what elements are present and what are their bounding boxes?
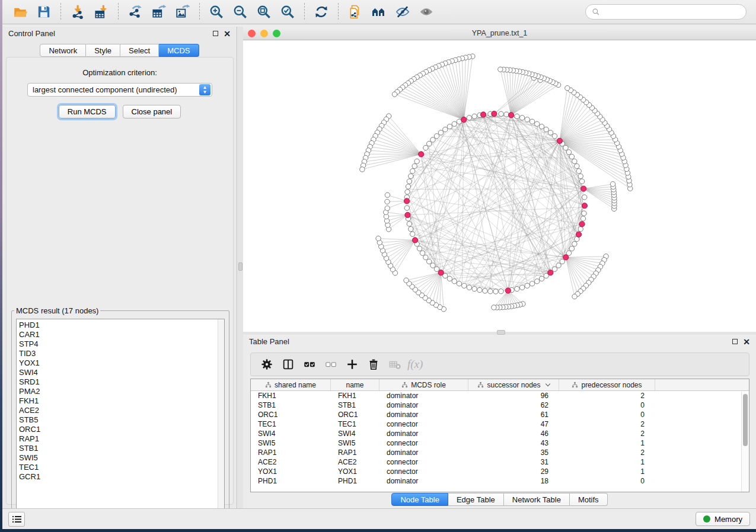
open-file-button[interactable] <box>8 2 32 22</box>
network-node[interactable] <box>578 174 583 178</box>
network-node[interactable] <box>504 112 509 117</box>
network-node[interactable] <box>529 281 534 286</box>
mcds-result-item[interactable]: PHD1 <box>19 321 224 330</box>
show-all-button[interactable] <box>414 2 438 22</box>
tab-motifs[interactable]: Motifs <box>570 493 608 506</box>
mcds-result-item[interactable]: CAR1 <box>19 330 224 339</box>
network-node[interactable] <box>376 236 381 241</box>
network-node[interactable] <box>565 85 570 90</box>
network-graph-canvas[interactable] <box>243 40 756 332</box>
mcds-node[interactable] <box>582 203 587 209</box>
table-row[interactable]: STB1STB1dominator620 <box>251 400 749 410</box>
tab-network[interactable]: Network <box>40 44 86 57</box>
select-all-button[interactable] <box>299 355 320 374</box>
network-node[interactable] <box>427 259 432 264</box>
search-input[interactable] <box>604 8 740 17</box>
table-row[interactable]: TEC1TEC1connector472 <box>251 419 749 429</box>
network-node[interactable] <box>519 116 524 120</box>
network-node[interactable] <box>539 276 544 281</box>
hide-selected-button[interactable] <box>391 2 414 22</box>
network-node[interactable] <box>498 67 503 72</box>
refresh-button[interactable] <box>310 2 333 22</box>
network-node[interactable] <box>467 285 471 290</box>
network-node[interactable] <box>405 190 410 194</box>
column-header-name[interactable]: name <box>331 379 379 390</box>
network-node[interactable] <box>423 145 428 150</box>
network-node[interactable] <box>417 246 422 251</box>
mcds-node[interactable] <box>576 232 581 237</box>
mcds-result-item[interactable]: YOX1 <box>19 358 224 368</box>
network-node[interactable] <box>580 216 585 221</box>
import-network-button[interactable] <box>66 2 90 22</box>
save-session-button[interactable] <box>32 2 56 22</box>
network-node[interactable] <box>493 289 498 294</box>
tab-select[interactable]: Select <box>120 44 159 57</box>
import-table-button[interactable] <box>90 2 113 22</box>
splitter-handle[interactable] <box>497 330 505 335</box>
network-node[interactable] <box>360 167 365 172</box>
network-node[interactable] <box>610 182 615 187</box>
log-console-button[interactable] <box>8 512 25 527</box>
add-column-button[interactable] <box>342 355 362 374</box>
network-node[interactable] <box>572 294 577 299</box>
tab-node-table[interactable]: Node Table <box>391 493 448 506</box>
mcds-result-item[interactable]: SWI4 <box>19 368 224 377</box>
table-row[interactable]: YOX1YOX1connector291 <box>251 467 749 476</box>
zoom-selected-button[interactable] <box>276 2 299 22</box>
network-file-button[interactable] <box>343 2 367 22</box>
network-node[interactable] <box>447 276 452 281</box>
column-header-shared_name[interactable]: shared name <box>251 379 331 390</box>
network-node[interactable] <box>515 286 519 291</box>
float-panel-icon[interactable] <box>732 339 738 344</box>
optimization-criterion-select[interactable]: largest connected component (undirected)… <box>27 83 212 97</box>
network-node[interactable] <box>385 206 390 210</box>
network-node[interactable] <box>430 137 435 142</box>
show-columns-button[interactable] <box>278 355 298 374</box>
network-node[interactable] <box>563 145 568 150</box>
network-node[interactable] <box>409 226 413 231</box>
network-node[interactable] <box>414 159 419 164</box>
mcds-list-scrollbar[interactable] <box>218 319 224 525</box>
close-panel-button[interactable]: Close panel <box>123 105 181 118</box>
tab-style[interactable]: Style <box>86 44 120 57</box>
table-row[interactable]: ACE2ACE2connector311 <box>251 457 749 467</box>
network-node[interactable] <box>569 246 574 251</box>
mcds-result-list[interactable]: PHD1CAR1STP4TID3YOX1SWI4SRD1PMA2FKH1ACE2… <box>16 319 225 526</box>
mcds-node[interactable] <box>405 212 410 217</box>
network-node[interactable] <box>443 127 448 132</box>
network-node[interactable] <box>472 286 477 291</box>
node-table[interactable]: shared namenameMCDS rolesuccessor nodesp… <box>250 379 749 492</box>
mcds-node[interactable] <box>508 113 513 118</box>
network-node[interactable] <box>427 141 432 146</box>
network-node[interactable] <box>539 124 544 129</box>
table-scrollbar[interactable] <box>741 392 749 492</box>
table-row[interactable]: SWI4SWI4dominator462 <box>251 429 749 438</box>
network-node[interactable] <box>576 169 581 174</box>
network-node[interactable] <box>499 289 503 294</box>
network-node[interactable] <box>457 281 461 286</box>
table-row[interactable]: FKH1FKH1dominator962 <box>251 391 749 400</box>
table-row[interactable]: PHD1PHD1dominator180 <box>251 476 749 486</box>
network-node[interactable] <box>467 116 471 120</box>
network-node[interactable] <box>410 232 415 236</box>
network-node[interactable] <box>579 179 584 184</box>
column-header-successor_nodes[interactable]: successor nodes <box>468 379 559 390</box>
zoom-fit-button[interactable] <box>252 2 276 22</box>
network-node[interactable] <box>438 130 443 135</box>
network-node[interactable] <box>452 279 457 284</box>
mcds-result-item[interactable]: RAP1 <box>19 434 224 444</box>
scrollbar-thumb[interactable] <box>743 394 748 446</box>
network-node[interactable] <box>409 174 413 178</box>
table-row[interactable]: RAP1RAP1dominator352 <box>251 448 749 457</box>
network-node[interactable] <box>404 278 409 283</box>
network-node[interactable] <box>535 279 540 284</box>
network-node[interactable] <box>525 117 529 122</box>
network-window-titlebar[interactable]: YPA_prune.txt_1 <box>243 27 756 40</box>
mcds-result-item[interactable]: ORC1 <box>19 425 224 434</box>
network-node[interactable] <box>385 199 390 204</box>
zoom-out-button[interactable] <box>228 2 252 22</box>
tab-mcds[interactable]: MCDS <box>159 44 199 57</box>
network-node[interactable] <box>423 255 428 259</box>
network-node[interactable] <box>404 206 409 210</box>
network-node[interactable] <box>578 226 583 231</box>
